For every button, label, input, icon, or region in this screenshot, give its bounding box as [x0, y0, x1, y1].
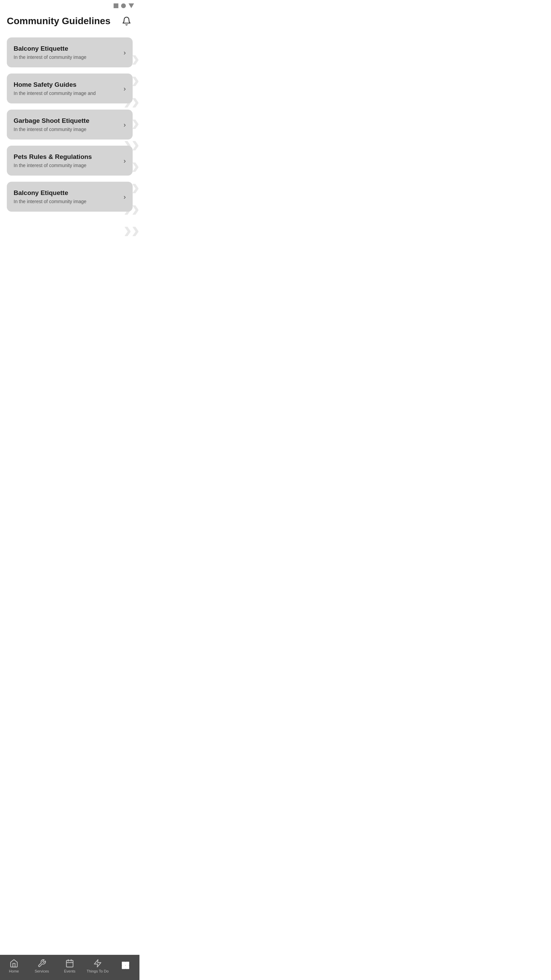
main-content: Balcony Etiquette In the interest of com… [0, 34, 140, 212]
status-square-icon [114, 3, 118, 8]
page-title: Community Guidelines [7, 15, 111, 27]
card-3[interactable]: Garbage Shoot Etiquette In the interest … [7, 110, 133, 140]
card-text-2: Home Safety Guides In the interest of co… [14, 81, 120, 96]
card-subtitle-5: In the interest of community image [14, 199, 120, 204]
notification-bell-button[interactable] [121, 15, 133, 27]
card-subtitle-3: In the interest of community image [14, 127, 120, 132]
status-bar [0, 0, 140, 11]
status-circle-icon [121, 3, 126, 8]
card-1[interactable]: Balcony Etiquette In the interest of com… [7, 37, 133, 67]
card-title-5: Balcony Etiquette [14, 189, 120, 197]
card-text-4: Pets Rules & Regulations In the interest… [14, 153, 120, 168]
card-title-1: Balcony Etiquette [14, 45, 120, 52]
card-subtitle-2: In the interest of community image and [14, 91, 120, 96]
card-title-4: Pets Rules & Regulations [14, 153, 120, 161]
card-title-3: Garbage Shoot Etiquette [14, 117, 120, 124]
card-chevron-2: › [124, 85, 126, 92]
card-text-1: Balcony Etiquette In the interest of com… [14, 45, 120, 60]
card-text-5: Balcony Etiquette In the interest of com… [14, 189, 120, 204]
card-2[interactable]: Home Safety Guides In the interest of co… [7, 73, 133, 103]
card-text-3: Garbage Shoot Etiquette In the interest … [14, 117, 120, 132]
card-subtitle-4: In the interest of community image [14, 163, 120, 168]
card-chevron-5: › [124, 193, 126, 201]
header: Community Guidelines [0, 11, 140, 34]
card-4[interactable]: Pets Rules & Regulations In the interest… [7, 146, 133, 176]
card-5[interactable]: Balcony Etiquette In the interest of com… [7, 182, 133, 212]
status-triangle-icon [129, 3, 134, 8]
card-chevron-1: › [124, 49, 126, 56]
card-title-2: Home Safety Guides [14, 81, 120, 89]
card-subtitle-1: In the interest of community image [14, 54, 120, 60]
card-chevron-3: › [124, 121, 126, 129]
card-chevron-4: › [124, 157, 126, 165]
